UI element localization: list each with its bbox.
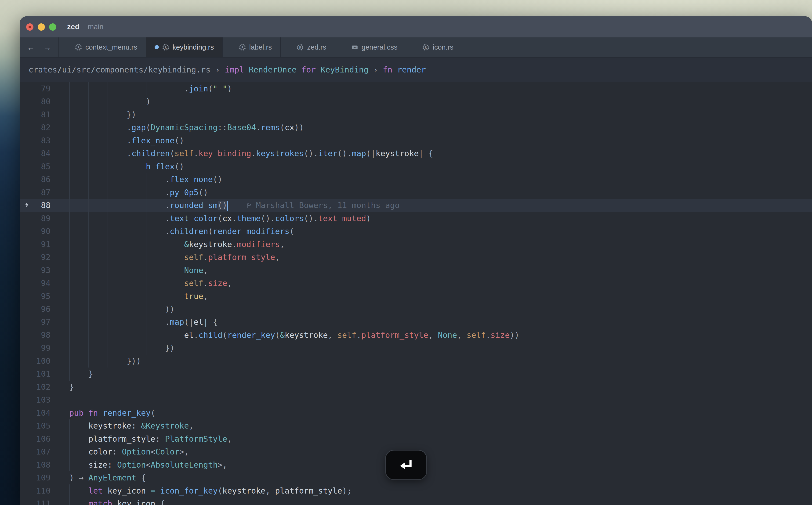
code-line-100[interactable]: 100})): [20, 355, 812, 367]
indent-guide: [89, 173, 108, 186]
code-token: ::: [218, 123, 227, 132]
tab-keybinding.rs[interactable]: Rkeybinding.rs: [146, 37, 223, 57]
indent-guide: [108, 238, 127, 251]
code-token: platform_style: [208, 252, 275, 262]
gutter: 88: [20, 199, 69, 212]
code-token: flex_none: [170, 175, 213, 184]
indent-guide: [146, 186, 165, 199]
code-line-103[interactable]: 103: [20, 393, 812, 406]
code-token: ,: [189, 421, 194, 431]
indent-guide: [69, 367, 89, 380]
line-number: 91: [41, 238, 50, 251]
tab-strip: Rcontext_menu.rsRkeybinding.rsRlabel.rsR…: [59, 37, 462, 57]
code-line-81[interactable]: 81}): [20, 108, 812, 121]
indent-guide: [146, 277, 165, 290]
code-line-94[interactable]: 94self.size,: [20, 277, 812, 290]
code-token: .: [194, 330, 198, 340]
gutter: 95: [20, 290, 69, 303]
code-token: keystroke: [89, 421, 131, 431]
indent-guide: [69, 277, 89, 290]
indent-guide: [108, 355, 127, 367]
gutter: 87: [20, 186, 69, 199]
line-number: 83: [41, 134, 50, 147]
code-line-84[interactable]: 84.children(self.key_binding.keystrokes(…: [20, 147, 812, 160]
code-line-85[interactable]: 85h_flex(): [20, 160, 812, 173]
code-token: .: [165, 188, 170, 197]
code-token: | {: [203, 317, 217, 327]
svg-text:R: R: [77, 45, 79, 49]
code-token: .: [232, 214, 237, 223]
code-line-97[interactable]: 97.map(|el| {: [20, 316, 812, 328]
code-token: ,: [227, 279, 232, 288]
code-line-91[interactable]: 91&keystroke.modifiers,: [20, 238, 812, 251]
code-line-content: .children(render_modifiers(: [69, 225, 812, 238]
code-line-87[interactable]: 87.py_0p5(): [20, 186, 812, 199]
git-branch-label[interactable]: main: [88, 23, 103, 31]
code-line-93[interactable]: 93None,: [20, 264, 812, 277]
code-line-86[interactable]: 86.flex_none(): [20, 173, 812, 186]
code-token: ,: [275, 252, 280, 262]
code-token: &: [184, 240, 189, 249]
code-line-101[interactable]: 101}: [20, 367, 812, 380]
code-token: .: [203, 252, 208, 262]
code-line-99[interactable]: 99}): [20, 342, 812, 354]
tab-label.rs[interactable]: Rlabel.rs: [223, 37, 281, 57]
code-token: ): [69, 473, 79, 482]
code-token: impl: [225, 65, 249, 74]
code-line-79[interactable]: 79.join(" "): [20, 82, 812, 95]
indent-guide: [146, 342, 165, 354]
tab-general.css[interactable]: cssgeneral.css: [335, 37, 406, 57]
code-token: (): [198, 188, 208, 197]
code-line-83[interactable]: 83.flex_none(): [20, 134, 812, 147]
maximize-button[interactable]: [49, 23, 56, 31]
code-token: cx: [222, 214, 232, 223]
code-line-111[interactable]: 111match key_icon {: [20, 497, 812, 505]
code-token: el: [194, 317, 203, 327]
code-token: }): [127, 110, 136, 119]
code-line-92[interactable]: 92self.platform_style,: [20, 251, 812, 264]
code-line-89[interactable]: 89.text_color(cx.theme().colors().text_m…: [20, 212, 812, 225]
breadcrumb[interactable]: crates/ui/src/components/keybinding.rs ›…: [20, 57, 812, 82]
gutter: 107: [20, 446, 69, 458]
code-line-106[interactable]: 106platform_style: PlatformStyle,: [20, 433, 812, 446]
code-token: ,: [428, 330, 438, 340]
code-token: fn: [89, 408, 103, 417]
code-line-105[interactable]: 105keystroke: &Keystroke,: [20, 419, 812, 432]
editor-pane[interactable]: 79.join(" ")80)81})82.gap(DynamicSpacing…: [20, 82, 812, 505]
code-line-95[interactable]: 95true,: [20, 290, 812, 303]
indent-guide: [69, 355, 89, 367]
code-token: .: [256, 123, 261, 132]
titlebar[interactable]: zed main: [20, 16, 812, 37]
code-line-82[interactable]: 82.gap(DynamicSpacing::Base04.rems(cx)): [20, 121, 812, 134]
indent-guide: [89, 212, 108, 225]
code-token: None: [184, 266, 203, 275]
code-action-lightning-icon[interactable]: [23, 199, 30, 212]
code-line-102[interactable]: 102}: [20, 381, 812, 393]
tab-context_menu.rs[interactable]: Rcontext_menu.rs: [59, 37, 146, 57]
indent-guide: [127, 173, 146, 186]
code-line-content: .flex_none(): [69, 173, 812, 186]
code-token: | {: [419, 149, 433, 158]
forward-button[interactable]: →: [42, 43, 52, 52]
project-title[interactable]: zed: [67, 23, 79, 31]
code-line-110[interactable]: 110let key_icon = icon_for_key(keystroke…: [20, 484, 812, 497]
indent-guide: [69, 108, 89, 121]
indent-guide: [127, 82, 146, 95]
close-button[interactable]: [26, 23, 33, 31]
git-blame[interactable]: Marshall Bowers, 11 months ago: [246, 199, 400, 212]
code-token: .: [165, 175, 170, 184]
code-token: platform_style: [275, 486, 342, 495]
code-token: (): [218, 201, 227, 210]
back-button[interactable]: ←: [26, 43, 36, 52]
code-line-96[interactable]: 96)): [20, 303, 812, 316]
minimize-button[interactable]: [38, 23, 45, 31]
code-token: RenderOnce: [249, 65, 297, 74]
tab-zed.rs[interactable]: Rzed.rs: [281, 37, 335, 57]
code-line-88[interactable]: 88.rounded_sm()Marshall Bowers, 11 month…: [20, 199, 812, 212]
code-line-90[interactable]: 90.children(render_modifiers(: [20, 225, 812, 238]
code-line-98[interactable]: 98el.child(render_key(&keystroke, self.p…: [20, 329, 812, 342]
code-line-80[interactable]: 80): [20, 95, 812, 108]
code-line-104[interactable]: 104pub fn render_key(: [20, 406, 812, 419]
tab-icon.rs[interactable]: Ricon.rs: [406, 37, 462, 57]
code-token: ().: [337, 149, 351, 158]
